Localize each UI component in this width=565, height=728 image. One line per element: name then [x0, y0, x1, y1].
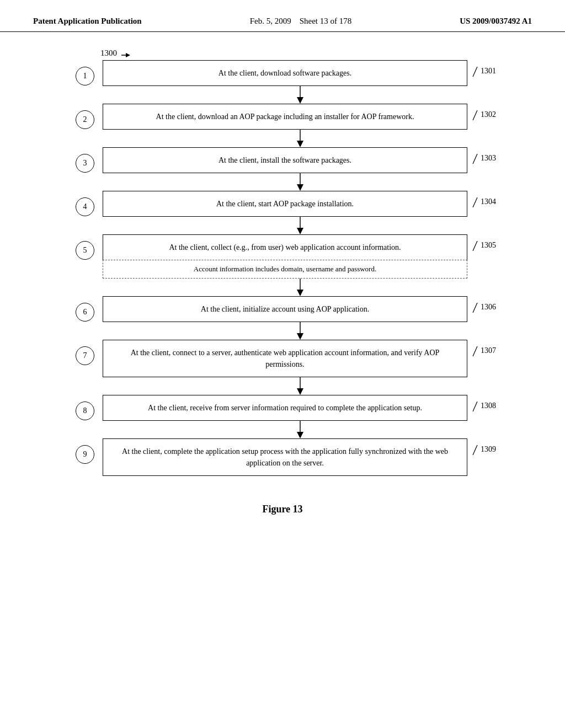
- step-circle-4: 4: [76, 197, 94, 216]
- flow-container: 1At the client, download software packag…: [67, 60, 498, 476]
- step-ref-4: 1304: [467, 191, 498, 217]
- step-box-7: At the client, connect to a server, auth…: [103, 340, 467, 377]
- step-middle: At the client, connect to a server, auth…: [103, 340, 467, 377]
- step-middle: At the client, complete the application …: [103, 438, 467, 476]
- step-circle-6: 6: [76, 303, 94, 322]
- step-circle-3: 3: [76, 154, 94, 173]
- step-wrapper: 7At the client, connect to a server, aut…: [67, 340, 498, 377]
- step-circle-1: 1: [76, 67, 94, 85]
- step-left: 5: [67, 234, 103, 279]
- svg-line-14: [473, 241, 477, 251]
- svg-line-17: [473, 303, 477, 313]
- step-sub-5: Account information includes domain, use…: [103, 260, 467, 279]
- page-header: Patent Application Publication Feb. 5, 2…: [0, 0, 565, 32]
- svg-line-26: [473, 445, 477, 455]
- step-middle: At the client, install the software pack…: [103, 147, 467, 173]
- connector: [67, 86, 498, 104]
- header-right: US 2009/0037492 A1: [460, 17, 532, 26]
- step-left: 1: [67, 60, 103, 86]
- step-left: 2: [67, 104, 103, 130]
- svg-marker-22: [297, 388, 303, 395]
- step-left: 3: [67, 147, 103, 173]
- step-ref-5: 1305: [467, 234, 498, 279]
- svg-marker-7: [297, 141, 303, 147]
- figure-caption: Figure 13: [0, 504, 565, 526]
- step-box-5: At the client, collect (e.g., from user)…: [103, 234, 467, 260]
- step-circle-5: 5: [76, 241, 94, 260]
- header-center: Feb. 5, 2009 Sheet 13 of 178: [250, 17, 352, 26]
- svg-marker-25: [297, 432, 303, 438]
- step-wrapper: 8At the client, receive from server info…: [67, 395, 498, 421]
- step-ref-6: 1306: [467, 296, 498, 322]
- step-ref-1: 1301: [467, 60, 498, 86]
- step-wrapper: 4At the client, start AOP package instal…: [67, 191, 498, 217]
- svg-marker-1: [126, 53, 130, 57]
- step-middle: At the client, receive from server infor…: [103, 395, 467, 421]
- step-middle: At the client, collect (e.g., from user)…: [103, 234, 467, 279]
- svg-line-8: [473, 154, 477, 164]
- step-circle-8: 8: [76, 402, 94, 420]
- step-ref-3: 1303: [467, 147, 498, 173]
- connector: [67, 322, 498, 340]
- step-ref-7: 1307: [467, 340, 498, 377]
- step-wrapper: 6At the client, initialize account using…: [67, 296, 498, 322]
- step-circle-9: 9: [76, 445, 94, 464]
- step-box-1: At the client, download software package…: [103, 60, 467, 86]
- step-wrapper: 5At the client, collect (e.g., from user…: [67, 234, 498, 279]
- step-ref-9: 1309: [467, 438, 498, 476]
- step-wrapper: 9At the client, complete the application…: [67, 438, 498, 476]
- step-wrapper: 3At the client, install the software pac…: [67, 147, 498, 173]
- step-circle-7: 7: [76, 346, 94, 365]
- svg-line-23: [473, 402, 477, 411]
- step-left: 7: [67, 340, 103, 377]
- step-box-4: At the client, start AOP package install…: [103, 191, 467, 217]
- step-middle: At the client, download software package…: [103, 60, 467, 86]
- connector: [67, 279, 498, 296]
- step-left: 8: [67, 395, 103, 421]
- step-wrapper: 2At the client, download an AOP package …: [67, 104, 498, 130]
- diagram-label: 1300: [100, 49, 117, 58]
- svg-marker-16: [297, 290, 303, 296]
- connector: [67, 173, 498, 191]
- svg-marker-4: [297, 97, 303, 104]
- diagram-area: 1300 1At the client, download software p…: [0, 32, 565, 487]
- step-ref-2: 1302: [467, 104, 498, 130]
- step-middle: At the client, initialize account using …: [103, 296, 467, 322]
- connector: [67, 130, 498, 147]
- svg-line-20: [473, 346, 477, 356]
- step-ref-8: 1308: [467, 395, 498, 421]
- connector: [67, 421, 498, 438]
- step-box-2: At the client, download an AOP package i…: [103, 104, 467, 130]
- connector: [67, 217, 498, 234]
- svg-line-2: [473, 67, 477, 77]
- step-left: 6: [67, 296, 103, 322]
- step-box-9: At the client, complete the application …: [103, 438, 467, 476]
- step-middle: At the client, download an AOP package i…: [103, 104, 467, 130]
- svg-line-11: [473, 197, 477, 207]
- connector: [67, 377, 498, 395]
- step-wrapper: 1At the client, download software packag…: [67, 60, 498, 86]
- svg-marker-13: [297, 228, 303, 234]
- step-box-8: At the client, receive from server infor…: [103, 395, 467, 421]
- header-left: Patent Application Publication: [33, 17, 142, 26]
- svg-marker-19: [297, 333, 303, 340]
- step-left: 4: [67, 191, 103, 217]
- step-left: 9: [67, 438, 103, 476]
- step-circle-2: 2: [76, 110, 94, 129]
- svg-marker-10: [297, 184, 303, 191]
- step-middle: At the client, start AOP package install…: [103, 191, 467, 217]
- svg-line-5: [473, 110, 477, 120]
- step-box-3: At the client, install the software pack…: [103, 147, 467, 173]
- step-box-6: At the client, initialize account using …: [103, 296, 467, 322]
- diagram-arrow: [121, 51, 130, 57]
